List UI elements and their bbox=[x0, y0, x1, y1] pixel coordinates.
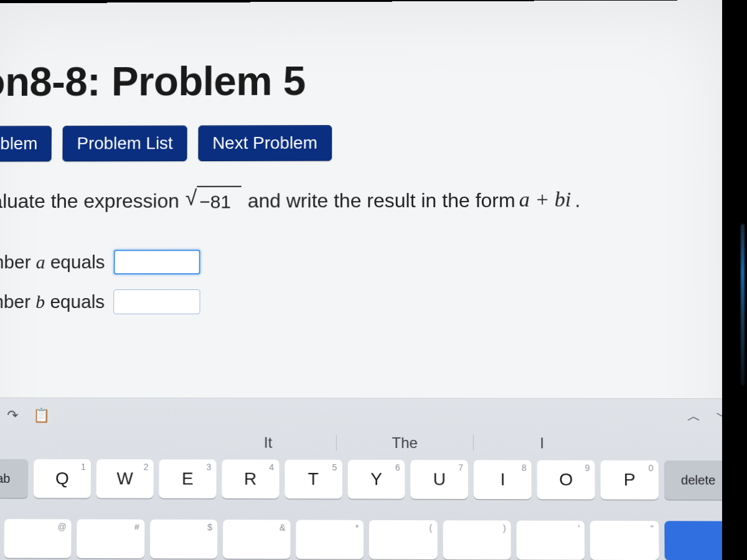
next-problem-button[interactable]: Next Problem bbox=[198, 125, 332, 161]
label-a: number a equals bbox=[0, 252, 105, 273]
previous-problem-button[interactable]: Problem bbox=[0, 126, 52, 162]
clipboard-icon[interactable]: 📋 bbox=[32, 407, 50, 424]
label-b-suffix: equals bbox=[50, 291, 105, 312]
key-quote[interactable]: " bbox=[590, 521, 659, 560]
redo-icon[interactable]: ↷ bbox=[4, 407, 21, 424]
label-a-prefix: number bbox=[0, 252, 31, 273]
key-y[interactable]: 6Y bbox=[347, 460, 405, 499]
input-a[interactable] bbox=[113, 250, 200, 275]
key-hash[interactable]: # bbox=[77, 520, 144, 559]
key-amp[interactable]: & bbox=[223, 520, 291, 559]
statement-lead: Evaluate the expression bbox=[0, 187, 179, 216]
key-t[interactable]: 5T bbox=[284, 460, 342, 499]
key-p[interactable]: 0P bbox=[601, 460, 659, 500]
key-rparen[interactable]: ) bbox=[443, 520, 510, 559]
key-at[interactable]: @ bbox=[4, 519, 72, 558]
key-star[interactable]: * bbox=[296, 520, 364, 559]
key-dollar[interactable]: $ bbox=[150, 520, 218, 559]
problem-statement: Evaluate the expression √ −81 and write … bbox=[0, 184, 726, 215]
suggestion-separator bbox=[473, 435, 474, 451]
suggestion-separator bbox=[336, 435, 337, 451]
sqrt-expression: √ −81 bbox=[186, 185, 242, 215]
key-u[interactable]: 7U bbox=[411, 460, 469, 499]
onscreen-keyboard: ↶ ↷ 📋 ︿ ﹀ G It The I bbox=[0, 398, 742, 560]
key-tab[interactable]: tab bbox=[0, 459, 29, 498]
key-r[interactable]: 4R bbox=[222, 460, 279, 499]
statement-period: . bbox=[575, 186, 580, 215]
key-lparen[interactable]: ( bbox=[369, 520, 437, 559]
problem-list-button[interactable]: Problem List bbox=[63, 126, 187, 162]
radicand: −81 bbox=[197, 185, 242, 215]
problem-nav: Problem Problem List Next Problem bbox=[0, 121, 726, 180]
key-q[interactable]: 1Q bbox=[34, 459, 91, 498]
chevron-up-icon[interactable]: ︿ bbox=[685, 408, 703, 425]
input-b[interactable] bbox=[113, 289, 200, 314]
label-a-suffix: equals bbox=[50, 252, 105, 273]
suggestion-3[interactable]: I bbox=[489, 434, 596, 452]
key-apos[interactable]: ' bbox=[517, 521, 585, 560]
statement-after: and write the result in the form bbox=[248, 186, 515, 215]
radical-symbol-icon: √ bbox=[186, 187, 197, 208]
suggestion-1[interactable]: It bbox=[215, 434, 321, 451]
suggestion-2[interactable]: The bbox=[352, 434, 458, 452]
key-i[interactable]: 8I bbox=[474, 460, 532, 499]
label-a-var: a bbox=[36, 252, 45, 273]
key-o[interactable]: 9O bbox=[537, 460, 595, 500]
label-b-var: b bbox=[35, 291, 45, 312]
complex-form: a + bi bbox=[519, 184, 571, 215]
page-title: ion8-8: Problem 5 bbox=[0, 37, 726, 124]
label-b-prefix: number bbox=[0, 291, 31, 312]
bezel bbox=[722, 0, 747, 560]
key-e[interactable]: 3E bbox=[159, 459, 216, 498]
key-w[interactable]: 2W bbox=[96, 459, 154, 498]
label-b: number b equals bbox=[0, 291, 105, 312]
